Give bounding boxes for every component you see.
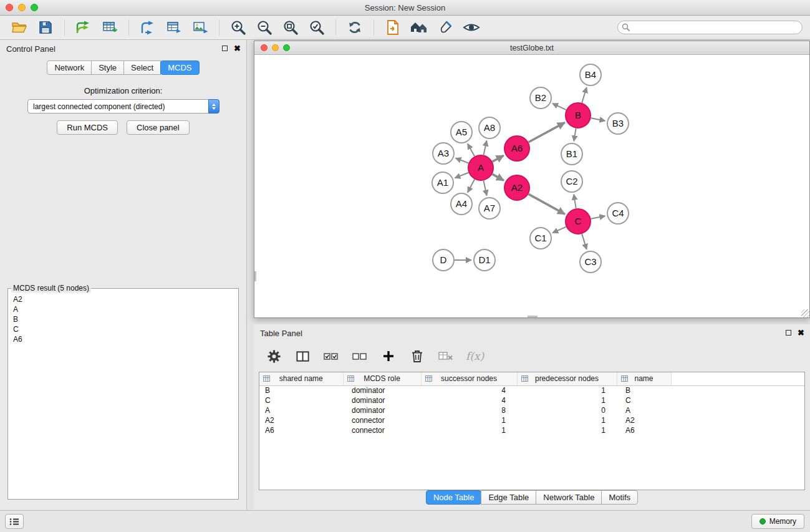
minimize-network-window-button[interactable] (272, 44, 279, 51)
node-A4[interactable]: A4 (451, 193, 472, 215)
table-row[interactable]: Adominator80A (259, 405, 804, 415)
edge-C-C4[interactable] (591, 216, 605, 219)
home-views-button[interactable] (409, 17, 429, 37)
edge-B-B3[interactable] (591, 118, 605, 121)
resize-grip[interactable] (801, 309, 809, 317)
tab-mcds[interactable]: MCDS (160, 60, 199, 75)
document-export-button[interactable] (383, 17, 403, 37)
column-header-shared-name[interactable]: shared name (259, 372, 343, 385)
close-panel-icon[interactable]: ✖ (234, 44, 241, 52)
table-settings-button[interactable] (263, 346, 285, 367)
column-header-name[interactable]: name (617, 372, 671, 385)
node-C4[interactable]: C4 (607, 203, 629, 224)
node-A7[interactable]: A7 (479, 198, 500, 219)
select-all-columns-button[interactable] (320, 346, 342, 367)
minimize-window-button[interactable] (18, 4, 26, 11)
horizontal-scroll-mark[interactable] (528, 316, 538, 317)
node-A8[interactable]: A8 (479, 117, 500, 138)
memory-button[interactable]: Memory (751, 514, 804, 529)
zoom-selected-button[interactable] (281, 17, 301, 37)
show-panels-menu-button[interactable] (5, 514, 24, 529)
edge-A-A3[interactable] (456, 158, 469, 163)
delete-table-button[interactable] (435, 346, 457, 367)
float-table-panel-icon[interactable] (786, 330, 791, 336)
result-item[interactable]: B (8, 314, 238, 324)
tab-network-table[interactable]: Network Table (536, 490, 602, 505)
edge-A-A5[interactable] (468, 143, 475, 156)
result-item[interactable]: A (8, 304, 238, 314)
zoom-in-button[interactable] (228, 17, 248, 37)
node-A5[interactable]: A5 (451, 122, 472, 143)
zoom-fit-button[interactable] (307, 17, 327, 37)
zoom-out-button[interactable] (254, 17, 274, 37)
network-window-titlebar[interactable]: testGlobe.txt (254, 41, 809, 55)
delete-column-button[interactable] (406, 346, 428, 367)
optimization-criterion-select[interactable]: largest connected component (directed) (27, 99, 219, 114)
edge-A-A6[interactable] (493, 155, 504, 162)
edge-A6-B[interactable] (529, 122, 565, 142)
edge-C-C3[interactable] (582, 234, 587, 249)
network-graph[interactable]: B4B2BB3A5A8A6B1A3AC2A1A2A4A7CC4C1C3DD1 (254, 55, 809, 317)
node-B4[interactable]: B4 (580, 64, 601, 85)
edge-A-A1[interactable] (455, 173, 469, 178)
tab-network[interactable]: Network (47, 60, 92, 75)
close-table-panel-icon[interactable]: ✖ (798, 329, 804, 337)
share-network-button[interactable] (138, 17, 158, 37)
column-header-MCDS-role[interactable]: MCDS role (343, 372, 421, 385)
table-row[interactable]: Bdominator41B (259, 385, 804, 395)
table-row[interactable]: A2connector11A2 (259, 415, 804, 425)
unselect-all-columns-button[interactable] (349, 346, 371, 367)
table-row[interactable]: Cdominator41C (259, 395, 804, 405)
node-A[interactable]: A (468, 155, 493, 180)
float-panel-icon[interactable] (222, 46, 228, 51)
export-image-button[interactable] (190, 17, 210, 37)
node-A1[interactable]: A1 (432, 172, 453, 193)
save-session-button[interactable] (36, 17, 55, 37)
edge-C-C1[interactable] (552, 227, 566, 233)
close-panel-button[interactable]: Close panel (127, 120, 190, 135)
toggle-visibility-button[interactable] (461, 17, 481, 37)
edge-B-B2[interactable] (552, 104, 566, 110)
result-item[interactable]: A6 (8, 334, 238, 344)
node-C2[interactable]: C2 (561, 171, 582, 192)
tab-edge-table[interactable]: Edge Table (481, 490, 536, 505)
edge-B-B1[interactable] (574, 128, 576, 142)
node-D[interactable]: D (433, 249, 454, 271)
node-C[interactable]: C (566, 209, 591, 234)
tab-motifs[interactable]: Motifs (601, 490, 638, 505)
create-column-button[interactable] (377, 346, 400, 367)
close-window-button[interactable] (6, 4, 13, 11)
node-C3[interactable]: C3 (580, 251, 601, 273)
result-item[interactable]: A2 (8, 294, 238, 304)
edge-C-C2[interactable] (574, 195, 576, 209)
node-B[interactable]: B (566, 103, 591, 128)
node-C1[interactable]: C1 (530, 228, 551, 249)
edge-A-A7[interactable] (483, 181, 486, 196)
refresh-view-button[interactable] (345, 17, 365, 37)
edge-A-A2[interactable] (492, 174, 504, 180)
search-input[interactable] (617, 21, 803, 34)
node-A2[interactable]: A2 (504, 175, 529, 200)
close-network-window-button[interactable] (261, 44, 268, 51)
run-mcds-button[interactable]: Run MCDS (57, 120, 118, 135)
node-B3[interactable]: B3 (607, 113, 629, 134)
column-header-successor-nodes[interactable]: successor nodes (421, 372, 517, 385)
node-B1[interactable]: B1 (561, 143, 582, 165)
function-builder-label[interactable]: f(x) (463, 350, 484, 362)
open-session-button[interactable] (9, 17, 29, 37)
import-table-button[interactable] (100, 17, 120, 37)
result-item[interactable]: C (8, 324, 238, 334)
node-A6[interactable]: A6 (504, 136, 529, 161)
tab-style[interactable]: Style (91, 60, 124, 75)
node-B2[interactable]: B2 (530, 87, 551, 109)
import-network-button[interactable] (74, 17, 94, 37)
node-D1[interactable]: D1 (474, 249, 495, 271)
tab-node-table[interactable]: Node Table (426, 490, 482, 505)
show-columns-button[interactable] (291, 346, 314, 367)
edge-A-A4[interactable] (468, 180, 475, 193)
edge-A-A8[interactable] (484, 141, 487, 155)
vertical-scroll-mark[interactable] (254, 271, 256, 281)
zoom-network-window-button[interactable] (283, 44, 290, 51)
edge-B-B4[interactable] (582, 87, 587, 103)
edge-A2-C[interactable] (528, 194, 565, 214)
